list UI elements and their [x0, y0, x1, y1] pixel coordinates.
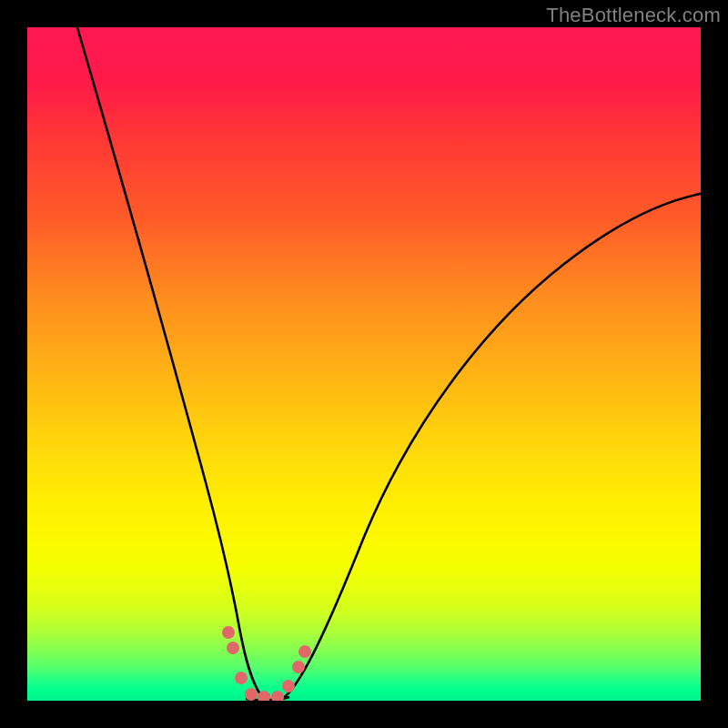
chart-curve-right — [282, 193, 701, 699]
marker-dot — [235, 672, 248, 684]
chart-plot-area — [27, 27, 701, 701]
marker-dot — [245, 688, 258, 701]
marker-dot — [222, 626, 235, 639]
chart-svg — [27, 27, 701, 701]
marker-dot — [292, 661, 305, 673]
watermark-text: TheBottleneck.com — [546, 4, 721, 27]
marker-dot — [227, 642, 239, 654]
chart-curve-left — [75, 27, 266, 699]
marker-dot — [271, 691, 284, 701]
marker-dot — [282, 680, 295, 693]
chart-frame: TheBottleneck.com — [0, 0, 728, 728]
marker-group — [222, 626, 311, 701]
marker-dot — [298, 645, 311, 658]
